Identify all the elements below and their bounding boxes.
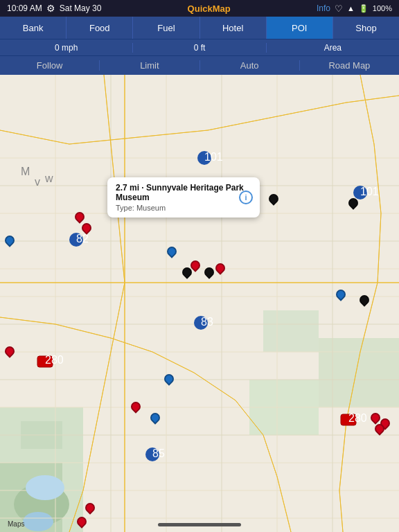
tab-food[interactable]: Food: [66, 17, 133, 39]
category-tabs: Bank Food Fuel Hotel POI Shop: [0, 17, 399, 39]
app-title: QuickMap: [188, 3, 231, 14]
pin-poi-red-5[interactable]: [5, 346, 15, 359]
info-bar: 0 mph 0 ft Area: [0, 39, 399, 55]
auto-button[interactable]: Auto: [200, 60, 300, 71]
speed-display: 0 mph: [0, 43, 133, 53]
pin-poi-blue-4[interactable]: [164, 374, 174, 387]
battery-icon: 🔋: [359, 4, 369, 13]
svg-text:101: 101: [360, 186, 379, 197]
status-bar: 10:09 AM ⚙ Sat May 30 QuickMap Info ♡ ▲ …: [0, 0, 399, 17]
limit-button[interactable]: Limit: [100, 60, 200, 71]
svg-text:v: v: [35, 176, 40, 188]
tab-fuel[interactable]: Fuel: [133, 17, 200, 39]
settings-icon: ⚙: [46, 3, 55, 14]
svg-rect-7: [319, 338, 399, 407]
popup-info-button[interactable]: i: [239, 190, 253, 204]
time: 10:09 AM: [7, 3, 42, 13]
pin-poi-black-2[interactable]: [204, 267, 214, 280]
action-bar: Follow Limit Auto Road Map: [0, 55, 399, 75]
pin-poi-red-10[interactable]: [85, 503, 95, 515]
tab-hotel[interactable]: Hotel: [200, 17, 267, 39]
area-display: Area: [267, 43, 399, 53]
svg-text:280: 280: [348, 412, 367, 424]
home-indicator: [158, 523, 241, 526]
maps-logo: Maps: [6, 520, 24, 528]
popup-title: 2.7 mi · Sunnyvale Heritage Park Museum: [116, 183, 251, 202]
pin-poi-red-3[interactable]: [190, 260, 200, 273]
pin-poi-blue-2[interactable]: [167, 247, 177, 259]
svg-text:w: w: [44, 172, 53, 184]
wifi-icon: ▲: [347, 4, 355, 12]
svg-rect-6: [263, 310, 319, 352]
status-right: Info ♡ ▲ 🔋 100%: [317, 3, 392, 14]
pin-poi-blue-5[interactable]: [150, 413, 160, 425]
pin-poi-blue-1[interactable]: [5, 236, 15, 248]
svg-text:M: M: [21, 166, 30, 177]
date: Sat May 30: [60, 3, 102, 13]
pin-poi-red-6[interactable]: [131, 402, 141, 414]
pin-poi-red-4[interactable]: [215, 263, 225, 276]
pin-poi-red-9[interactable]: [375, 424, 384, 436]
info-link[interactable]: Info: [317, 3, 330, 13]
tab-shop[interactable]: Shop: [333, 17, 399, 39]
road-map-button[interactable]: Road Map: [300, 60, 399, 71]
pin-poi-red-11[interactable]: [77, 517, 87, 529]
svg-text:85: 85: [152, 447, 165, 459]
follow-button[interactable]: Follow: [0, 60, 100, 71]
distance-display: 0 ft: [133, 43, 266, 53]
popup-type: Type: Museum: [116, 204, 251, 212]
battery-percent: 100%: [373, 4, 392, 12]
map-container[interactable]: 82 101 101 83 85 280 280 M v w 2.7 mi · …: [0, 75, 399, 532]
poi-popup: 2.7 mi · Sunnyvale Heritage Park Museum …: [107, 177, 260, 218]
tab-poi[interactable]: POI: [267, 17, 333, 39]
svg-text:83: 83: [201, 316, 213, 328]
svg-point-4: [23, 512, 53, 531]
pin-poi-red-2[interactable]: [82, 223, 91, 236]
tab-bank[interactable]: Bank: [0, 17, 66, 39]
pin-highway-101-2[interactable]: [348, 198, 358, 211]
heart-icon[interactable]: ♡: [335, 3, 343, 14]
pin-museum-1[interactable]: [269, 194, 278, 206]
map-svg: 82 101 101 83 85 280 280 M v w: [0, 75, 399, 532]
status-left: 10:09 AM ⚙ Sat May 30: [7, 3, 101, 14]
pin-poi-blue-3[interactable]: [336, 290, 346, 302]
svg-text:280: 280: [45, 354, 64, 366]
svg-text:101: 101: [204, 151, 223, 163]
svg-point-50: [26, 475, 64, 500]
pin-poi-black-3[interactable]: [360, 295, 369, 308]
maps-text: Maps: [8, 520, 24, 528]
